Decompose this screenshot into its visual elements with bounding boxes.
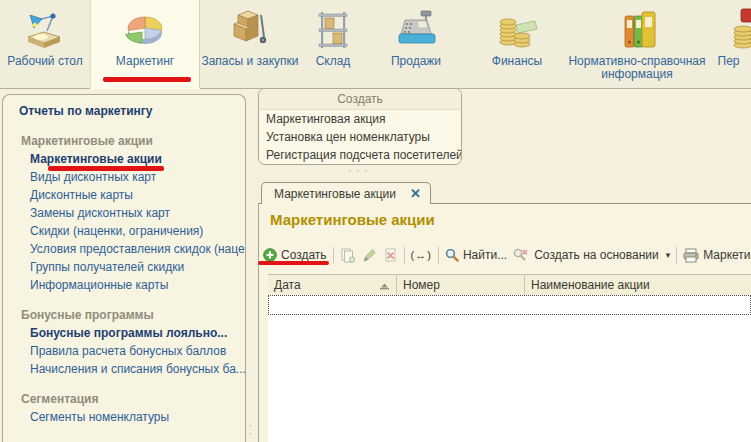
sidebar-item-discount-cards[interactable]: Дисконтные карты <box>3 186 245 204</box>
find-button[interactable]: Найти... <box>445 248 507 262</box>
boxes-icon <box>227 5 273 55</box>
coins-icon <box>706 5 751 55</box>
sidebar-item-nomenclature-segments[interactable]: Сегменты номенклатуры <box>3 408 245 426</box>
column-header-number[interactable]: Номер <box>397 275 525 295</box>
action-visitor-registration[interactable]: Регистрация подсчета посетителей <box>259 146 461 164</box>
cancel-find-icon[interactable] <box>513 248 528 262</box>
splitter-grip[interactable]: ·· <box>248 421 252 437</box>
ribbon-label-marketing: Маркетинг <box>116 55 174 68</box>
create-based-on-button[interactable]: Создать на основании ▾ <box>534 248 670 262</box>
period-icon[interactable]: (↔) <box>411 249 432 261</box>
annotation-underline-marketing-section <box>103 77 191 82</box>
ribbon-section-master-data[interactable]: Нормативно-справочная информация <box>568 0 706 88</box>
ribbon-section-truncated[interactable]: Пер <box>706 0 751 88</box>
sidebar-item-reports[interactable]: Отчеты по маркетингу <box>3 102 245 120</box>
table-focus-row[interactable] <box>268 295 751 315</box>
sidebar-item-bonus-rules[interactable]: Правила расчета бонусных баллов <box>3 342 245 360</box>
chevron-down-icon: ▾ <box>666 250 671 260</box>
sidebar-item-bonus-accruals[interactable]: Начисления и списания бонусных ба... <box>3 360 245 378</box>
action-price-setting[interactable]: Установка цен номенклатуры <box>259 128 461 146</box>
app-window: { "colors": { "annotation_red": "#e01414… <box>0 0 751 442</box>
tab-marketing-actions[interactable]: Маркетинговые акции ✕ <box>261 182 431 204</box>
toolbar-separator <box>404 247 405 264</box>
ribbon-label-master-data: Нормативно-справочная информация <box>568 55 706 81</box>
ribbon-label-inventory: Запасы и закупки <box>201 55 298 68</box>
table-header-row: Дата Номер Наименование акции <box>268 274 751 296</box>
marketing-actions-form: Маркетинговые акции Создать (↔) <box>258 203 751 442</box>
column-header-date[interactable]: Дата <box>268 275 397 295</box>
ribbon-section-inventory[interactable]: Запасы и закупки <box>200 0 300 88</box>
annotation-underline-sidebar-item <box>48 166 164 171</box>
create-actions-panel: Создать Маркетинговая акция Установка це… <box>258 88 462 165</box>
create-panel-title: Создать <box>259 89 461 110</box>
sidebar-group-segmentation: Сегментация <box>3 390 245 408</box>
sidebar-item-discount-conditions[interactable]: Условия предоставления скидок (наце... <box>3 240 245 258</box>
storage-rack-icon <box>310 5 356 55</box>
create-plus-icon <box>263 248 277 262</box>
sidebar-item-discounts[interactable]: Скидки (наценки, ограничения) <box>3 222 245 240</box>
ribbon-label-warehouse: Склад <box>316 55 351 68</box>
find-icon <box>445 248 459 262</box>
ribbon-section-marketing[interactable]: Маркетинг <box>90 0 200 88</box>
sidebar-item-card-replacements[interactable]: Замены дисконтных карт <box>3 204 245 222</box>
sidebar-item-loyalty-programs[interactable]: Бонусные программы лояльно... <box>3 324 245 342</box>
ribbon-section-finance[interactable]: Финансы <box>466 0 568 88</box>
cash-register-icon <box>393 5 439 55</box>
tab-label: Маркетинговые акции <box>274 187 396 201</box>
column-header-action-name[interactable]: Наименование акции <box>525 275 751 295</box>
sort-icon <box>379 281 390 290</box>
list-toolbar: Создать (↔) Найти... <box>263 243 751 267</box>
binders-icon <box>614 5 660 55</box>
sidebar-item-recipient-groups[interactable]: Группы получателей скидки <box>3 258 245 276</box>
delete-icon[interactable] <box>383 248 398 263</box>
create-button[interactable]: Создать <box>263 248 327 262</box>
annotation-underline-create-button <box>258 261 329 265</box>
sidebar-item-info-cards[interactable]: Информационные карты <box>3 276 245 294</box>
ribbon-label-truncated: Пер <box>718 55 740 68</box>
copy-icon[interactable] <box>340 248 356 263</box>
ribbon-section-desktop[interactable]: Рабочий стол <box>0 0 90 88</box>
ribbon-label-sales: Продажи <box>391 55 441 68</box>
ribbon-section-warehouse[interactable]: Склад <box>300 0 366 88</box>
action-marketing-action[interactable]: Маркетинговая акция <box>259 110 461 128</box>
section-ribbon: Рабочий стол Маркетинг <box>0 0 751 89</box>
table-body[interactable] <box>268 295 751 442</box>
coins-icon <box>494 5 540 55</box>
pie-chart-icon <box>121 5 169 55</box>
desk-lamp-icon <box>22 5 68 55</box>
sidebar-group-marketing-actions: Маркетинговые акции <box>3 132 245 150</box>
edit-pencil-icon[interactable] <box>362 248 377 263</box>
panel-resize-grip[interactable]: ··· <box>348 163 372 177</box>
ribbon-label-desktop: Рабочий стол <box>7 55 82 68</box>
print-marketing-button[interactable]: Маркетинг <box>683 248 751 263</box>
ribbon-label-finance: Финансы <box>492 55 542 68</box>
toolbar-separator <box>438 247 439 264</box>
toolbar-separator <box>333 247 334 264</box>
toolbar-separator <box>676 247 677 264</box>
close-icon[interactable]: ✕ <box>410 186 421 201</box>
navigation-sidebar: Отчеты по маркетингу Маркетинговые акции… <box>2 94 246 442</box>
page-title: Маркетинговые акции <box>270 211 435 228</box>
ribbon-section-sales[interactable]: Продажи <box>366 0 466 88</box>
print-icon <box>683 248 699 263</box>
sidebar-group-bonus-programs: Бонусные программы <box>3 306 245 324</box>
